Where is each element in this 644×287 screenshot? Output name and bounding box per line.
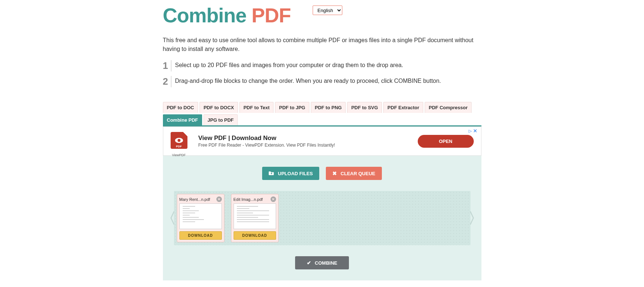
tab-pdf-to-jpg[interactable]: PDF to JPG: [275, 102, 309, 113]
logo-word1: Combine: [163, 4, 246, 27]
logo: Combine PDF: [163, 5, 291, 26]
clear-queue-button[interactable]: ✖ CLEAR QUEUE: [326, 167, 382, 180]
file-card[interactable]: Edit Imag...n.pdf ✕ DOWNLOAD: [231, 194, 279, 242]
tab-pdf-to-doc[interactable]: PDF to DOC: [163, 102, 198, 113]
step-number: 1: [163, 60, 171, 71]
file-preview: [234, 203, 276, 229]
tab-pdf-to-text[interactable]: PDF to Text: [239, 102, 273, 113]
queue-prev-button[interactable]: 〈: [161, 208, 176, 228]
step-text: Select up to 20 PDF files and images fro…: [175, 60, 481, 70]
ad-pdf-icon: PDF: [171, 132, 187, 149]
steps-list: 1 Select up to 20 PDF files and images f…: [163, 60, 481, 87]
ad-title: View PDF | Download Now: [198, 135, 407, 142]
tab-combine-pdf[interactable]: Combine PDF: [163, 114, 202, 125]
file-card[interactable]: Mary Rent...n.pdf ✕ DOWNLOAD: [177, 194, 224, 242]
logo-word2: PDF: [252, 4, 291, 27]
intro-text: This free and easy to use online tool al…: [163, 36, 481, 54]
clear-label: CLEAR QUEUE: [340, 171, 375, 176]
step-divider: [171, 76, 171, 87]
queue-next-button[interactable]: 〉: [468, 208, 483, 228]
header: Combine PDF English: [163, 5, 481, 26]
tab-pdf-to-png[interactable]: PDF to PNG: [311, 102, 346, 113]
ad-controls: ▷ ✕: [469, 128, 478, 133]
upload-files-button[interactable]: UPLOAD FILES: [262, 167, 319, 180]
tab-pdf-extractor[interactable]: PDF Extractor: [383, 102, 423, 113]
file-name: Edit Imag...n.pdf: [234, 197, 271, 202]
step-text: Drag-and-drop file blocks to change the …: [175, 76, 481, 85]
file-download-button[interactable]: DOWNLOAD: [234, 231, 276, 240]
file-queue: 〈 〉 Mary Rent...n.pdf ✕: [163, 191, 481, 245]
combine-button[interactable]: ✔ COMBINE: [295, 256, 349, 269]
file-remove-button[interactable]: ✕: [271, 196, 276, 202]
tab-pdf-compressor[interactable]: PDF Compressor: [425, 102, 472, 113]
ad-icon-caption: ViewPDF: [172, 153, 186, 157]
ad-subtitle: Free PDF File Reader - ViewPDF Extension…: [198, 143, 407, 148]
ad-close-icon[interactable]: ✕: [473, 128, 478, 133]
tab-pdf-to-svg[interactable]: PDF to SVG: [347, 102, 382, 113]
footer-actions: ✔ COMBINE: [163, 245, 481, 269]
step-divider: [171, 60, 171, 71]
check-icon: ✔: [307, 260, 311, 266]
adchoices-icon[interactable]: ▷: [469, 129, 472, 133]
step-number: 2: [163, 76, 171, 87]
file-preview: [179, 203, 222, 229]
step-2: 2 Drag-and-drop file blocks to change th…: [163, 76, 481, 87]
file-name: Mary Rent...n.pdf: [179, 197, 216, 202]
language-select[interactable]: English: [313, 5, 342, 15]
upload-icon: [269, 170, 274, 176]
step-1: 1 Select up to 20 PDF files and images f…: [163, 60, 481, 71]
ad-banner: PDF ViewPDF View PDF | Download Now Free…: [163, 126, 481, 156]
action-bar: UPLOAD FILES ✖ CLEAR QUEUE: [163, 156, 481, 191]
file-remove-button[interactable]: ✕: [216, 196, 222, 202]
ad-icon-wrap: PDF ViewPDF: [171, 132, 187, 150]
tabs: PDF to DOC PDF to DOCX PDF to Text PDF t…: [163, 102, 481, 126]
upload-label: UPLOAD FILES: [278, 171, 313, 176]
ad-open-button[interactable]: OPEN: [418, 135, 474, 148]
ad-text: View PDF | Download Now Free PDF File Re…: [198, 135, 407, 148]
file-download-button[interactable]: DOWNLOAD: [179, 231, 222, 240]
close-icon: ✖: [332, 170, 337, 176]
tab-pdf-to-docx[interactable]: PDF to DOCX: [200, 102, 238, 113]
queue-drop-area[interactable]: Mary Rent...n.pdf ✕ DOWNLOAD: [174, 191, 470, 245]
workspace: PDF ViewPDF View PDF | Download Now Free…: [163, 126, 481, 280]
tab-jpg-to-pdf[interactable]: JPG to PDF: [204, 114, 238, 125]
combine-label: COMBINE: [315, 260, 337, 266]
